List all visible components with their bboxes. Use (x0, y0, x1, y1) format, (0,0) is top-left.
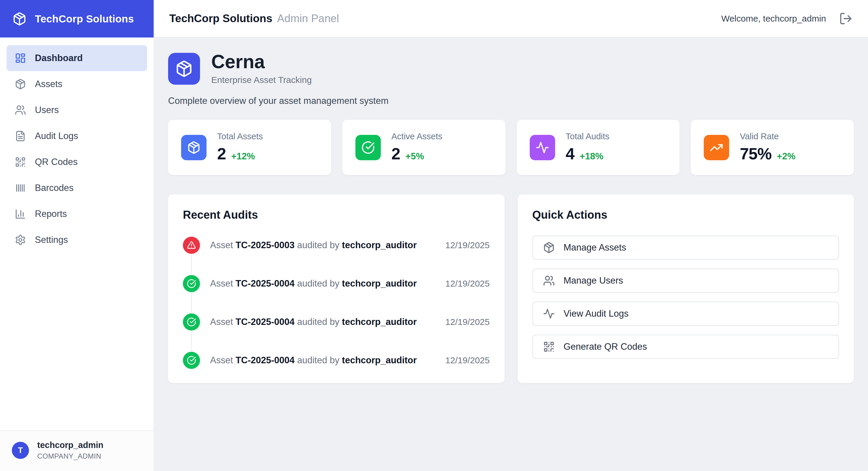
sidebar-item-label: Audit Logs (35, 131, 78, 141)
page-title-primary: TechCorp Solutions (169, 12, 272, 25)
audit-text: Asset TC-2025-0004 audited by techcorp_a… (210, 355, 435, 366)
sidebar-item-dashboard[interactable]: Dashboard (6, 45, 147, 71)
file-text-icon (15, 130, 26, 142)
layout-dashboard-icon (15, 53, 26, 64)
users-icon (15, 104, 26, 116)
quick-actions-title: Quick Actions (532, 209, 839, 221)
stat-label: Total Assets (217, 132, 263, 141)
dashboard-content: Cerna Enterprise Asset Tracking Complete… (154, 37, 868, 471)
bar-chart-icon (15, 208, 26, 220)
sidebar-item-qr-codes[interactable]: QR Codes (6, 149, 147, 175)
stat-delta: +2% (777, 151, 795, 162)
brand-header: TechCorp Solutions (0, 0, 154, 37)
package-icon (175, 60, 193, 78)
audit-list: Asset TC-2025-0003 audited by techcorp_a… (183, 237, 490, 369)
stat-value: 2 (392, 144, 400, 163)
brand-name: TechCorp Solutions (35, 13, 134, 25)
generate-qr-codes-button[interactable]: Generate QR Codes (532, 335, 839, 359)
audit-status-ok (183, 275, 200, 292)
barcode-icon (15, 182, 26, 194)
quick-actions-list: Manage AssetsManage UsersView Audit Logs… (532, 236, 839, 359)
users-icon (543, 275, 555, 287)
trending-up-icon (710, 141, 723, 154)
package-icon (15, 78, 26, 90)
package-icon (187, 141, 200, 154)
stat-value: 4 (566, 144, 575, 163)
audit-row: Asset TC-2025-0004 audited by techcorp_a… (183, 352, 490, 369)
package-icon (543, 242, 555, 254)
check-circle-icon (187, 279, 196, 288)
stat-card-total-audits: Total Audits4+18% (517, 120, 680, 175)
activity-chip (530, 135, 555, 160)
audit-text: Asset TC-2025-0003 audited by techcorp_a… (210, 240, 435, 250)
audit-row: Asset TC-2025-0004 audited by techcorp_a… (183, 275, 490, 292)
manage-users-button[interactable]: Manage Users (532, 269, 839, 293)
stat-delta: +5% (405, 151, 424, 162)
sidebar-item-settings[interactable]: Settings (6, 227, 147, 253)
stat-card-active-assets: Active Assets2+5% (342, 120, 505, 175)
sidebar-item-users[interactable]: Users (6, 97, 147, 123)
stat-value: 2 (217, 144, 226, 163)
stat-card-valid-rate: Valid Rate75%+2% (691, 120, 854, 175)
sidebar-item-audit-logs[interactable]: Audit Logs (6, 123, 147, 149)
user-name: techcorp_admin (37, 440, 103, 450)
sidebar-item-label: QR Codes (35, 157, 78, 167)
package-chip (181, 135, 207, 160)
activity-icon (536, 141, 549, 154)
check-circle-chip (355, 135, 381, 160)
stat-label: Total Audits (566, 132, 610, 141)
audit-date: 12/19/2025 (445, 240, 490, 250)
app-name: Cerna (211, 52, 312, 71)
recent-audits-panel: Recent Audits Asset TC-2025-0003 audited… (168, 195, 505, 383)
audit-row: Asset TC-2025-0003 audited by techcorp_a… (183, 237, 490, 254)
view-audit-logs-button[interactable]: View Audit Logs (532, 302, 839, 326)
action-label: Generate QR Codes (564, 341, 647, 352)
stat-delta: +12% (231, 151, 255, 162)
stat-label: Active Assets (392, 132, 442, 141)
sidebar: TechCorp Solutions DashboardAssetsUsersA… (0, 0, 154, 471)
timeline-connector (191, 331, 192, 351)
action-label: View Audit Logs (564, 308, 629, 319)
package-logo-icon (12, 12, 27, 26)
sidebar-item-assets[interactable]: Assets (6, 71, 147, 97)
audit-status-ok (183, 313, 200, 331)
quick-actions-panel: Quick Actions Manage AssetsManage UsersV… (518, 195, 854, 383)
log-out-icon[interactable] (839, 12, 852, 25)
sidebar-item-barcodes[interactable]: Barcodes (6, 175, 147, 201)
audit-status-alert (183, 237, 200, 254)
sidebar-item-label: Barcodes (35, 183, 73, 193)
audit-row: Asset TC-2025-0004 audited by techcorp_a… (183, 313, 490, 331)
app-hero: Cerna Enterprise Asset Tracking (168, 52, 854, 85)
page-title-secondary: Admin Panel (277, 12, 339, 25)
manage-assets-button[interactable]: Manage Assets (532, 236, 839, 260)
audit-status-ok (183, 352, 200, 369)
sidebar-item-label: Users (35, 105, 59, 115)
action-label: Manage Assets (564, 242, 626, 253)
sidebar-item-reports[interactable]: Reports (6, 201, 147, 227)
trending-up-chip (704, 135, 729, 160)
timeline-connector (191, 293, 192, 312)
audit-text: Asset TC-2025-0004 audited by techcorp_a… (210, 278, 435, 289)
topbar: TechCorp Solutions Admin Panel Welcome, … (154, 0, 868, 37)
topbar-right: Welcome, techcorp_admin (721, 12, 852, 25)
stat-label: Valid Rate (740, 132, 795, 141)
qr-code-icon (543, 341, 555, 352)
stat-value: 75% (740, 144, 771, 163)
sidebar-item-label: Dashboard (35, 53, 83, 63)
main-area: TechCorp Solutions Admin Panel Welcome, … (154, 0, 868, 471)
sidebar-item-label: Settings (35, 235, 68, 245)
user-role: COMPANY_ADMIN (37, 452, 103, 460)
stats-row: Total Assets2+12%Active Assets2+5%Total … (168, 120, 854, 175)
sidebar-user-section[interactable]: T techcorp_admin COMPANY_ADMIN (0, 430, 154, 471)
activity-icon (543, 308, 555, 319)
page-title: TechCorp Solutions Admin Panel (169, 12, 339, 25)
welcome-text: Welcome, techcorp_admin (721, 13, 826, 24)
sidebar-nav: DashboardAssetsUsersAudit LogsQR CodesBa… (0, 37, 154, 261)
sidebar-item-label: Reports (35, 209, 67, 219)
page-description: Complete overview of your asset manageme… (168, 96, 854, 106)
check-circle-icon (187, 317, 196, 327)
stat-delta: +18% (580, 151, 603, 162)
stat-card-total-assets: Total Assets2+12% (168, 120, 331, 175)
alert-triangle-icon (187, 240, 196, 250)
user-avatar: T (12, 442, 29, 459)
